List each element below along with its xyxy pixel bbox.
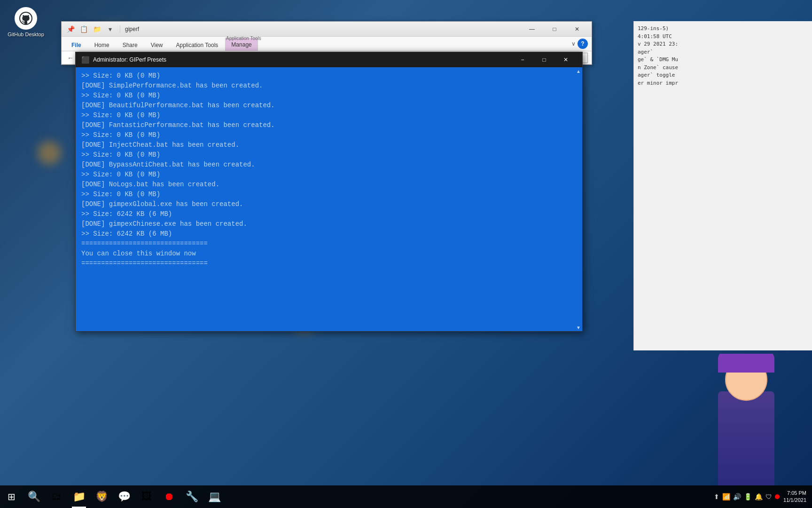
dropdown-btn[interactable]: ▾ — [105, 24, 115, 34]
ribbon: Application Tools File Home Share View A… — [62, 37, 592, 51]
brave-icon: 🦁 — [95, 491, 108, 503]
pin-btn[interactable]: 📌 — [65, 24, 76, 34]
cmd-line: [DONE] InjectCheat.bat has been created. — [81, 140, 577, 150]
taskbar-clock[interactable]: 7:05 PM 11/1/2021 — [783, 490, 806, 504]
cmd-line: [DONE] BeautifulPerformance.bat has been… — [81, 101, 577, 111]
cmd-title: Administrator: GIPerf Presets — [93, 56, 166, 63]
taskbar-tool[interactable]: 🔧 — [180, 485, 203, 508]
tab-view[interactable]: View — [145, 39, 169, 51]
system-tray: ⬆ 📶 🔊 🔋 🔔 🛡 — [714, 493, 780, 500]
taskbar-right: ⬆ 📶 🔊 🔋 🔔 🛡 7:05 PM 11/1/2021 — [714, 490, 812, 504]
ribbon-expand-btn[interactable]: ∨ — [571, 40, 576, 47]
tray-shield-icon[interactable]: 🛡 — [765, 493, 772, 500]
tray-volume-icon[interactable]: 🔊 — [733, 493, 741, 500]
explorer-taskbar-icon: 📁 — [73, 491, 86, 503]
back-nav-btn[interactable]: ← — [65, 53, 76, 63]
taskbar: ⊞ 🔍 🗂 📁 🦁 💬 🖼 ⏺ 🔧 — [0, 485, 812, 508]
explorer-titlebar: 📌 📋 📁 ▾ giperf — □ ✕ — [62, 22, 592, 37]
cmd-icon: ⬛ — [81, 56, 89, 64]
cmd-window: ⬛ Administrator: GIPerf Presets − □ ✕ >>… — [75, 52, 583, 332]
cmd-line: >> Size: 0 KB (0 MB) — [81, 130, 577, 140]
scroll-up-btn[interactable]: ▲ — [575, 67, 582, 75]
taskbar-taskview[interactable]: 🗂 — [45, 485, 68, 508]
right-panel-line: 129-ins-5) — [638, 25, 808, 33]
clock-date: 11/1/2021 — [783, 497, 806, 504]
taskbar-explorer[interactable]: 📁 — [68, 485, 90, 508]
cmd-line: [DONE] BypassAntiCheat.bat has been crea… — [81, 160, 577, 170]
cmd-titlebar-btns: − □ ✕ — [512, 53, 577, 67]
tab-file[interactable]: File — [65, 39, 87, 51]
char-head — [725, 358, 767, 401]
char-hair — [718, 354, 774, 373]
discord-icon: 💬 — [118, 491, 131, 503]
cmd-line: [DONE] gimpexGlobal.exe has been created… — [81, 199, 577, 209]
cmd-line: >> Size: 0 KB (0 MB) — [81, 91, 577, 101]
right-panel-content: 129-ins-5)4:01:58 UTCv 29 2021 23:ager`g… — [634, 21, 812, 91]
recording-indicator — [775, 494, 780, 499]
cmd-line: >> Size: 0 KB (0 MB) — [81, 71, 577, 81]
cmd-scrollbar[interactable]: ▲ ▼ — [575, 67, 582, 331]
taskbar-search[interactable]: 🔍 — [23, 485, 45, 508]
tab-home[interactable]: Home — [88, 39, 116, 51]
scroll-down-btn[interactable]: ▼ — [575, 324, 582, 331]
cmd-line: [DONE] gimpexChinese.exe has been create… — [81, 219, 577, 229]
anime-character — [704, 354, 798, 485]
undo-btn[interactable]: 📋 — [78, 24, 89, 34]
cmd-line: >> Size: 0 KB (0 MB) — [81, 150, 577, 160]
app-tools-group-label: Application Tools — [226, 36, 261, 41]
cmd-line: >> Size: 6242 KB (6 MB) — [81, 209, 577, 219]
cmd-content: >> Size: 0 KB (0 MB)[DONE] SimplePerform… — [76, 67, 582, 331]
tray-network-icon[interactable]: 📶 — [722, 493, 730, 500]
photo-icon: 🖼 — [141, 491, 152, 503]
search-taskbar-icon: 🔍 — [28, 491, 40, 503]
cmd-titlebar-left: ⬛ Administrator: GIPerf Presets — [81, 56, 166, 64]
scroll-track — [575, 75, 582, 324]
cmd-line: [DONE] SimplePerformance.bat has been cr… — [81, 81, 577, 91]
tool-icon: 🔧 — [186, 491, 198, 503]
minimize-btn[interactable]: — — [521, 22, 543, 36]
cmd-minimize-btn[interactable]: − — [512, 53, 533, 67]
taskbar-record[interactable]: ⏺ — [158, 485, 180, 508]
github-desktop-icon[interactable]: GitHub Desktop — [7, 7, 45, 37]
cmd-close-btn[interactable]: ✕ — [555, 53, 577, 67]
tab-application-tools[interactable]: Application Tools — [170, 39, 225, 51]
right-panel-line: 4:01:58 UTC — [638, 33, 808, 41]
tray-battery-icon[interactable]: 🔋 — [744, 493, 752, 500]
cmd-maximize-btn[interactable]: □ — [533, 53, 555, 67]
close-btn[interactable]: ✕ — [566, 22, 588, 36]
help-btn[interactable]: ? — [578, 39, 588, 49]
taskbar-terminal[interactable]: 💻 — [203, 485, 226, 508]
record-icon: ⏺ — [164, 491, 174, 503]
taskview-icon: 🗂 — [51, 491, 62, 503]
start-button[interactable]: ⊞ — [0, 485, 23, 508]
taskbar-discord[interactable]: 💬 — [113, 485, 135, 508]
clock-time: 7:05 PM — [783, 490, 806, 497]
folder-btn[interactable]: 📁 — [92, 24, 102, 34]
github-desktop-icon-img — [15, 7, 37, 30]
right-panel-line: er minor impr — [638, 79, 808, 87]
bokeh-light-3 — [38, 141, 61, 165]
cmd-line: ================================ — [81, 259, 577, 269]
cmd-line: [DONE] NoLogs.bat has been created. — [81, 180, 577, 190]
titlebar-left: 📌 📋 📁 ▾ giperf — [65, 24, 139, 34]
taskbar-photo[interactable]: 🖼 — [135, 485, 158, 508]
right-panel-line: v 29 2021 23: — [638, 40, 808, 48]
github-desktop-label: GitHub Desktop — [8, 32, 44, 37]
tray-up-icon[interactable]: ⬆ — [714, 493, 719, 500]
desktop: GitHub Desktop 📌 📋 📁 ▾ giperf — □ ✕ — [0, 0, 812, 508]
cmd-line: >> Size: 0 KB (0 MB) — [81, 111, 577, 120]
tab-share[interactable]: Share — [117, 39, 144, 51]
separator — [120, 25, 120, 33]
taskbar-items: 🔍 🗂 📁 🦁 💬 🖼 ⏺ 🔧 � — [23, 485, 714, 508]
cmd-titlebar: ⬛ Administrator: GIPerf Presets − □ ✕ — [76, 52, 582, 67]
cmd-line: ================================ — [81, 239, 577, 249]
titlebar-buttons: — □ ✕ — [521, 22, 588, 36]
right-panel-line: ager` toggle — [638, 71, 808, 79]
char-body — [718, 391, 774, 485]
tray-bell-icon[interactable]: 🔔 — [755, 493, 763, 500]
right-panel-line: ge` & `DMG Mu — [638, 56, 808, 64]
maximize-btn[interactable]: □ — [544, 22, 565, 36]
taskbar-brave[interactable]: 🦁 — [90, 485, 113, 508]
cmd-line: [DONE] FantasticPerformance.bat has been… — [81, 120, 577, 130]
cmd-line: >> Size: 0 KB (0 MB) — [81, 190, 577, 199]
